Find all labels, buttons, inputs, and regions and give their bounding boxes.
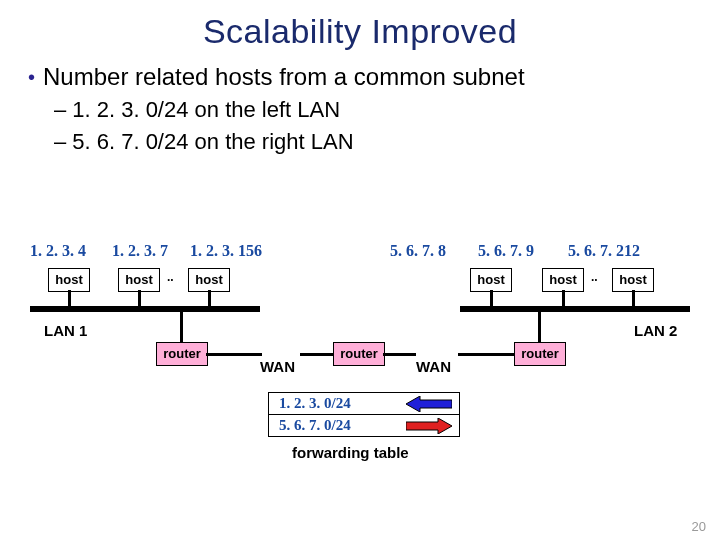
router-box: router bbox=[514, 342, 566, 366]
wire bbox=[562, 290, 565, 306]
lan-1-label: LAN 1 bbox=[44, 322, 87, 339]
wan-link bbox=[300, 353, 333, 356]
wire bbox=[68, 290, 71, 306]
forwarding-table-caption: forwarding table bbox=[292, 444, 409, 461]
ip-right-2: 5. 6. 7. 9 bbox=[478, 242, 534, 260]
wire bbox=[138, 290, 141, 306]
ellipsis-icon: .. bbox=[591, 270, 598, 284]
wire bbox=[180, 312, 183, 342]
fwd-prefix-1: 1. 2. 3. 0/24 bbox=[269, 393, 399, 414]
wire bbox=[538, 312, 541, 342]
bullet-text: Number related hosts from a common subne… bbox=[43, 63, 525, 91]
bus-segment bbox=[460, 306, 690, 312]
router-box: router bbox=[333, 342, 385, 366]
arrow-left-icon bbox=[399, 396, 459, 412]
ip-left-2: 1. 2. 3. 7 bbox=[112, 242, 168, 260]
svg-marker-1 bbox=[406, 418, 452, 434]
wan-link bbox=[458, 353, 514, 356]
bullet-dot-icon: • bbox=[28, 63, 35, 91]
ip-left-1: 1. 2. 3. 4 bbox=[30, 242, 86, 260]
sub-bullet-1-text: 1. 2. 3. 0/24 on the left LAN bbox=[72, 97, 340, 122]
page-number: 20 bbox=[692, 519, 706, 534]
wire bbox=[632, 290, 635, 306]
table-row: 5. 6. 7. 0/24 bbox=[269, 415, 459, 436]
sub-bullet-2: –5. 6. 7. 0/24 on the right LAN bbox=[54, 129, 720, 155]
svg-marker-0 bbox=[406, 396, 452, 412]
wan-label: WAN bbox=[416, 358, 451, 375]
forwarding-table: 1. 2. 3. 0/24 5. 6. 7. 0/24 bbox=[268, 392, 460, 437]
lan-2-label: LAN 2 bbox=[634, 322, 677, 339]
host-box: host bbox=[48, 268, 90, 292]
page-title: Scalability Improved bbox=[0, 12, 720, 51]
fwd-prefix-2: 5. 6. 7. 0/24 bbox=[269, 415, 399, 436]
wan-label: WAN bbox=[260, 358, 295, 375]
table-row: 1. 2. 3. 0/24 bbox=[269, 393, 459, 415]
ip-right-1: 5. 6. 7. 8 bbox=[390, 242, 446, 260]
wire bbox=[208, 290, 211, 306]
wan-link bbox=[206, 353, 262, 356]
ip-right-3: 5. 6. 7. 212 bbox=[568, 242, 640, 260]
host-box: host bbox=[470, 268, 512, 292]
host-box: host bbox=[118, 268, 160, 292]
sub-bullet-1: –1. 2. 3. 0/24 on the left LAN bbox=[54, 97, 720, 123]
wire bbox=[490, 290, 493, 306]
ip-left-3: 1. 2. 3. 156 bbox=[190, 242, 262, 260]
network-diagram: 1. 2. 3. 4 1. 2. 3. 7 1. 2. 3. 156 host … bbox=[0, 240, 720, 500]
host-box: host bbox=[542, 268, 584, 292]
ellipsis-icon: .. bbox=[167, 270, 174, 284]
bus-segment bbox=[30, 306, 260, 312]
arrow-right-icon bbox=[399, 418, 459, 434]
bullet-list: • Number related hosts from a common sub… bbox=[28, 63, 720, 155]
sub-bullet-2-text: 5. 6. 7. 0/24 on the right LAN bbox=[72, 129, 353, 154]
host-box: host bbox=[188, 268, 230, 292]
router-box: router bbox=[156, 342, 208, 366]
wan-link bbox=[383, 353, 416, 356]
host-box: host bbox=[612, 268, 654, 292]
